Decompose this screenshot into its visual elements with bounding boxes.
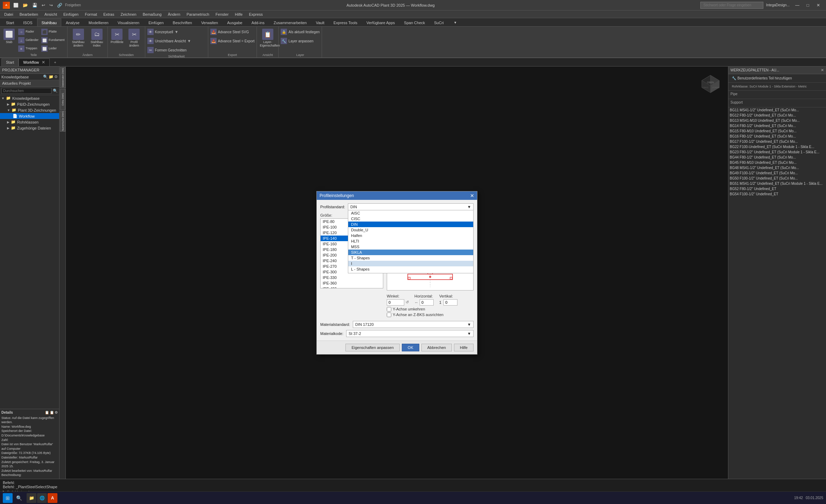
winkel-input[interactable] [387,299,404,306]
open-btn[interactable]: 📂 [21,2,29,8]
ribbon-btn-fundament[interactable]: ⬜ Fundament [41,36,65,44]
side-strip-ortho[interactable]: Ortho DWG [60,89,65,110]
right-panel-close-icon[interactable]: ✕ [821,68,824,72]
opt-aisc[interactable]: AISC [348,210,473,216]
tree-item-rohrklassen[interactable]: ▶ 📁 Rohrklassen [0,119,59,125]
y-achse-ausrichten-checkbox[interactable] [387,313,391,317]
palette-item-bg52[interactable]: BG52 F80-1/2" Undefined_ET [728,186,826,191]
ribbon-btn-gelander[interactable]: ⟂ Geländer [18,36,39,44]
palette-item-bg14[interactable]: BG14 F80-1/2" Undefined_ET (SuCri Mo... [728,123,826,128]
palette-item-bg48[interactable]: BG48 MS41-1/2" Undefined_ET (SuCri Mo... [728,165,826,170]
eigenschaften-anpassen-button[interactable]: Eigenschaften anpassen [345,344,399,351]
maximize-button[interactable]: □ [803,2,813,9]
menu-ansicht[interactable]: Ansicht [42,10,60,18]
details-icon2[interactable]: 📋 [50,411,54,414]
ribbon-btn-profil-andern[interactable]: ✂ Profil ändern [126,28,143,48]
add-tool-item[interactable]: 🔧 Benutzerdefiniertes Teil hinzufügen [730,76,824,81]
opt-cisc[interactable]: CISC [348,216,473,222]
menu-datei[interactable]: Datei [1,10,16,18]
palette-item-bg16[interactable]: BG16 F80-1/2" Undefined_ET (SuCri Mo... [728,134,826,139]
palette-item-bg15[interactable]: BG15 F80-M10 Undefined_ET (SuCri Mo... [728,128,826,134]
ribbon-btn-stahlbau-andern[interactable]: ✏ Stahlbau ändern [70,28,87,48]
size-ipe360[interactable]: IPE-360 [321,280,383,286]
project-search-input[interactable] [1,88,51,94]
menu-hilfe[interactable]: Hilfe [232,10,245,18]
opt-pipe[interactable]: Pipe [348,272,473,273]
palette-item-bg22[interactable]: BG22 F100-Undefined_ET (SuCri Module 1 -… [728,144,826,149]
palette-item-bg17[interactable]: BG17 F100-1/2" Undefined_ET (SuCri Mo... [728,139,826,144]
details-icon3[interactable]: ⚙ [55,411,58,414]
pm-search-icon[interactable]: 🔍 [43,75,48,79]
dialog-close-button[interactable]: ✕ [470,193,474,198]
search-icon[interactable]: 🔍 [53,89,58,93]
menu-extras[interactable]: Extras [100,10,117,18]
taskbar-autocad[interactable]: A [48,493,57,503]
tab-visualisieren[interactable]: Visualisieren [113,19,144,26]
opt-mss[interactable]: MSS [348,244,473,250]
tab-stahlbau[interactable]: Stahlbau [37,19,61,26]
menu-zeichnen[interactable]: Zeichnen [118,10,139,18]
ribbon-btn-profilelnie[interactable]: ✂ Profillinle [110,28,124,45]
materialkode-dropdown[interactable]: St 37-2 ▼ [346,330,474,337]
doc-tab-workflow-close[interactable]: ✕ [42,60,45,65]
palette-item-bg13[interactable]: BG13 MS41-M10 Undefined_ET (SuCri Mo... [728,118,826,123]
tab-start[interactable]: Start [1,19,19,26]
user-label[interactable]: IntegaDesign... [766,3,790,7]
winkel-refresh-icon[interactable]: ↺ [406,300,409,304]
tab-isos[interactable]: ISOS [19,19,37,26]
menu-express[interactable]: Express [246,10,266,18]
share-btn[interactable]: 🔗 [56,2,64,8]
tab-sucri[interactable]: SuCri [429,19,448,26]
palette-item-bg23[interactable]: BG23 F80-1/2" Undefined_ET (SuCri Module… [728,149,826,155]
menu-format[interactable]: Format [82,10,100,18]
ribbon-btn-stab[interactable]: ⬜ Stab [2,28,16,45]
tree-item-plant3d[interactable]: ▼ 📁 Plant 3D-Zeichnungen [0,107,59,113]
ribbon-btn-stahlbau-index[interactable]: 🗂 Stahlbau Index [88,28,105,48]
start-button[interactable]: ⊞ [3,493,13,503]
opt-sikla[interactable]: SIKLA [348,250,473,255]
profilstandard-listbox[interactable]: AISC CISC DIN Double_U Halfen HLTI MSS S… [348,210,474,273]
canvas-area[interactable]: OBEN VORNE LINKS Profileinstellungen ✕ P… [66,66,728,479]
tree-item-zugehoerige[interactable]: ▶ 📁 Zugehörige Dateien [0,125,59,131]
pm-folder-icon[interactable]: 📁 [49,75,54,79]
layer-anpassen-row[interactable]: 🔧 Layer anpassen [281,37,313,45]
opt-halfen[interactable]: Halfen [348,233,473,238]
palette-item-bg49[interactable]: BG49 F100-1/2" Undefined_ET (SuCri Mo... [728,170,826,176]
side-strip-dateienden[interactable]: Dateienden DWG [60,67,65,88]
ribbon-btn-treppen[interactable]: ≡ Treppen [18,45,39,52]
palette-item-bg12[interactable]: BG12 F80-1/2" Undefined_ET (SuCri Mo... [728,113,826,118]
tab-zusammenarbeiten[interactable]: Zusammenarbeiten [269,19,312,26]
taskbar-search[interactable]: 🔍 [14,493,24,503]
palette-item-bg54[interactable]: BG54 F100-1/2" Undefined_ET [728,191,826,197]
palette-item-bg44[interactable]: BG44 F80-1/2" Undefined_ET (SuCri Mo... [728,155,826,160]
size-ipe330[interactable]: IPE-330 [321,275,383,280]
new-btn[interactable]: ⬜ [12,2,20,8]
save-btn[interactable]: 💾 [31,2,39,8]
tree-item-knowledgebase[interactable]: ▼ 📁 Knowledgebase [0,95,59,101]
redo-btn[interactable]: ↪ [48,2,54,8]
palette-item-bg51[interactable]: BG51 MS41-1/2" Undefined_ET (SuCri Modul… [728,181,826,186]
search-input[interactable] [700,2,763,9]
ribbon-btn-rader[interactable]: ○ Rader [18,28,39,36]
tab-spancheck[interactable]: Span Check [399,19,429,26]
horizontal-input[interactable] [420,299,434,306]
opt-din[interactable]: DIN [348,222,473,227]
opt-hlti[interactable]: HLTI [348,238,473,244]
taskbar-explorer[interactable]: 📁 [27,493,36,503]
ribbon-btn-layer-eigenschaften[interactable]: 📋 Layer-Eigenschaften [259,28,276,48]
minimize-button[interactable]: — [792,2,802,9]
menu-einfuegen[interactable]: Einfügen [61,10,81,18]
tab-expresstools[interactable]: Express Tools [329,19,362,26]
profilstandard-dropdown[interactable]: DIN ▼ [348,203,474,210]
undo-btn[interactable]: ↩ [40,2,47,8]
tree-item-pid[interactable]: ▶ 📁 P&ID-Zeichnungen [0,101,59,107]
tab-modellieren[interactable]: Modellieren [84,19,113,26]
palette-item-bg11[interactable]: BG11 MS41-1/2" Undefined_ET (SuCri Mo... [728,107,826,113]
hilfe-button[interactable]: Hilfe [454,344,474,351]
y-achse-umkehren-checkbox[interactable] [387,307,391,312]
als-aktuell-row[interactable]: 🔒 Als aktuell festlegen [281,28,320,36]
opt-t-shapes[interactable]: T - Shapes [348,255,473,261]
doc-tab-add[interactable]: + [50,58,60,66]
tab-verwalten[interactable]: Verwalten [197,19,223,26]
opt-double-u[interactable]: Double_U [348,227,473,233]
